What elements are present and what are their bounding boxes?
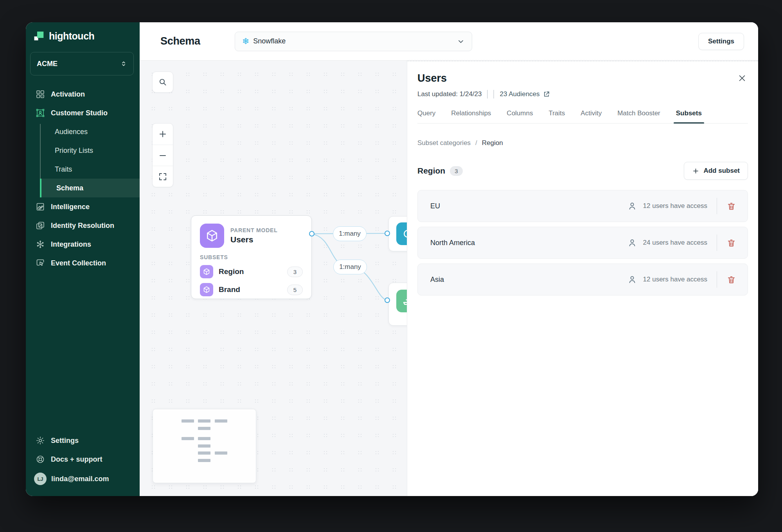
tab-subsets[interactable]: Subsets [676, 109, 702, 123]
trash-icon [727, 275, 736, 284]
sidebar-item-label: Intelligence [51, 203, 90, 211]
trash-icon [727, 238, 736, 247]
event-collection-icon [36, 258, 45, 268]
parent-model-header: PARENT MODEL Users [200, 224, 303, 248]
minimap[interactable] [153, 409, 256, 483]
access-count: 12 users have access [643, 276, 707, 283]
sidebar-footer: Settings Docs + support LJ linda@email.c… [26, 431, 140, 489]
sidebar-item-identity-resolution[interactable]: Identity Resolution [26, 216, 140, 235]
sidebar-item-event-collection[interactable]: Event Collection [26, 254, 140, 272]
sidebar-item-label: Integrations [51, 240, 91, 249]
subset-list: EU 12 users have access [417, 190, 748, 296]
sidebar-item-traits[interactable]: Traits [26, 160, 140, 179]
minimap-node [182, 437, 194, 440]
tab-traits[interactable]: Traits [548, 109, 565, 123]
breadcrumb-separator: / [475, 139, 477, 147]
chevron-down-icon [457, 38, 465, 45]
breadcrumb-current: Region [482, 139, 503, 147]
zoom-in-button[interactable] [153, 124, 173, 145]
fit-view-button[interactable] [153, 166, 173, 187]
page-title: Schema [160, 35, 200, 47]
model-cube-icon [200, 265, 213, 278]
subset-entry-name: Brand [219, 285, 240, 294]
parent-model-kicker: PARENT MODEL [230, 227, 278, 233]
sidebar-item-docs-support[interactable]: Docs + support [26, 450, 140, 469]
sidebar-item-label: Activation [51, 90, 85, 99]
sidebar-item-label: Schema [56, 184, 83, 192]
identity-resolution-icon [36, 221, 45, 230]
delete-subset-button[interactable] [723, 235, 739, 251]
hightouch-logo-icon [33, 30, 45, 42]
add-subset-button[interactable]: Add subset [684, 162, 748, 180]
minimap-node [215, 451, 227, 455]
divider [487, 90, 488, 99]
sidebar-item-label: Priority Lists [55, 147, 93, 155]
sidebar-item-audiences[interactable]: Audiences [26, 122, 140, 141]
chevron-updown-icon [120, 60, 127, 67]
tab-relationships[interactable]: Relationships [451, 109, 491, 123]
add-subset-label: Add subset [703, 167, 740, 175]
model-cube-icon [200, 283, 213, 296]
minimap-node [198, 444, 210, 448]
subset-row-asia[interactable]: Asia 12 users have access [417, 263, 748, 296]
canvas-search-button[interactable] [152, 72, 173, 93]
trash-icon [727, 202, 736, 211]
close-panel-button[interactable] [736, 72, 748, 84]
audiences-link-label: 23 Audiences [500, 90, 539, 98]
snowflake-icon: ❄ [242, 37, 249, 46]
edge-connector[interactable] [385, 297, 390, 303]
panel-meta: Last updated: 1/24/23 23 Audiences [417, 90, 748, 99]
settings-button[interactable]: Settings [698, 33, 744, 50]
audiences-link[interactable]: 23 Audiences [500, 90, 550, 98]
subset-entry-region[interactable]: Region 3 [200, 265, 303, 278]
minimap-node [198, 419, 210, 423]
workspace-name: ACME [37, 60, 58, 68]
sidebar-item-label: Event Collection [51, 259, 106, 267]
sidebar-item-priority-lists[interactable]: Priority Lists [26, 141, 140, 160]
subset-row-north-america[interactable]: North America 24 users have access [417, 227, 748, 259]
subset-row-eu[interactable]: EU 12 users have access [417, 190, 748, 222]
breadcrumb-root[interactable]: Subset categories [417, 139, 471, 147]
topbar: Schema ❄ Snowflake Settings [140, 22, 758, 61]
minimap-node [215, 419, 227, 423]
source-selector[interactable]: ❄ Snowflake [235, 32, 472, 51]
sidebar-item-label: Docs + support [51, 455, 102, 464]
tab-match-booster[interactable]: Match Booster [617, 109, 660, 123]
intelligence-icon [36, 202, 45, 211]
sidebar-item-intelligence[interactable]: Intelligence [26, 197, 140, 216]
delete-subset-button[interactable] [723, 272, 739, 287]
delete-subset-button[interactable] [723, 198, 739, 214]
app-window: hightouch ACME Activation [26, 22, 758, 496]
minimap-node [198, 437, 210, 440]
fullscreen-icon [158, 172, 167, 181]
sidebar-item-label: Identity Resolution [51, 222, 114, 230]
divider [717, 198, 717, 214]
subset-entry-brand[interactable]: Brand 5 [200, 283, 303, 296]
sidebar-item-settings[interactable]: Settings [26, 431, 140, 450]
subset-count-badge: 5 [287, 285, 303, 295]
tab-query[interactable]: Query [417, 109, 435, 123]
user-account[interactable]: LJ linda@email.com [26, 469, 140, 489]
model-cube-icon [200, 224, 224, 248]
logo: hightouch [33, 30, 94, 42]
subset-name: Asia [430, 276, 444, 284]
edge-label-text: 1:many [339, 230, 361, 238]
settings-button-label: Settings [708, 38, 734, 45]
tab-columns[interactable]: Columns [507, 109, 533, 123]
parent-model-node[interactable]: PARENT MODEL Users SUBSETS Region 3 [191, 215, 312, 299]
access-count: 12 users have access [643, 202, 707, 210]
parent-model-name: Users [230, 235, 278, 244]
parent-model-titles: PARENT MODEL Users [230, 227, 278, 244]
sidebar-item-integrations[interactable]: Integrations [26, 235, 140, 254]
customer-studio-subnav: Audiences Priority Lists Traits Schema [26, 122, 140, 197]
sidebar-item-activation[interactable]: Activation [26, 85, 140, 104]
sidebar-item-schema[interactable]: Schema [40, 179, 140, 197]
workspace-selector[interactable]: ACME [30, 52, 134, 75]
tab-activity[interactable]: Activity [581, 109, 602, 123]
sidebar-item-customer-studio[interactable]: Customer Studio [26, 104, 140, 122]
edge-connector[interactable] [385, 231, 390, 236]
edge-connector[interactable] [309, 231, 315, 236]
panel-title: Users [417, 72, 447, 84]
zoom-out-button[interactable] [153, 145, 173, 166]
divider [717, 271, 717, 288]
